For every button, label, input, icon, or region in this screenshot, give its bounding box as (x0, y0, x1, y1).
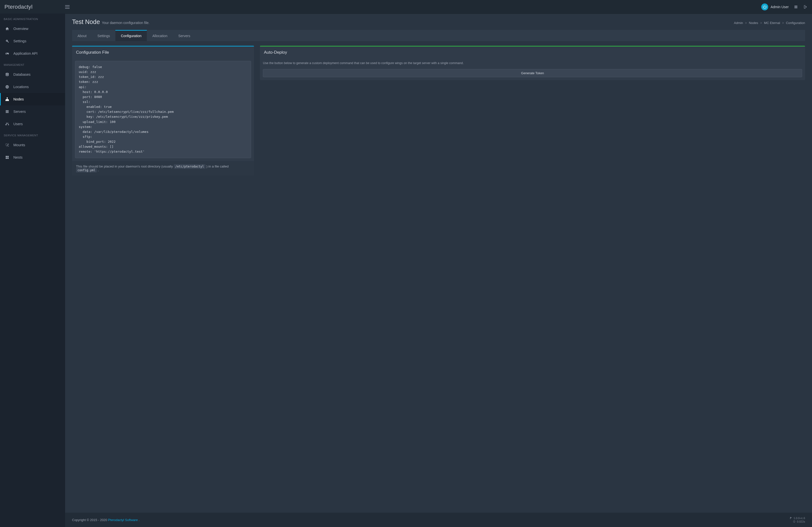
database-icon (5, 72, 10, 77)
auto-deploy-help-text: Use the button below to generate a custo… (263, 61, 802, 65)
page-title: Test Node (72, 18, 100, 25)
footer-version-text: 1.0.0-rc.6 (794, 517, 805, 520)
svg-rect-0 (794, 5, 797, 6)
config-footer-text: This file should be placed in your daemo… (76, 165, 174, 168)
tab-settings[interactable]: Settings (92, 30, 116, 41)
breadcrumb-item[interactable]: MC Eternal (764, 21, 780, 25)
user-name-label: Admin User (771, 5, 789, 9)
gamepad-icon (5, 51, 10, 56)
th-large-icon (5, 155, 10, 160)
globe-icon (5, 85, 10, 89)
footer-time-text: 0.022s (797, 520, 805, 523)
sidebar-item-label: Mounts (13, 143, 25, 147)
server-icon (5, 109, 10, 114)
brand-logo[interactable]: Pterodactyl (4, 4, 65, 10)
home-icon (5, 27, 10, 31)
page-subtitle: Your daemon configuration file. (102, 21, 149, 25)
svg-rect-5 (7, 100, 8, 101)
config-footer-path-code: /etc/pterodactyl (174, 164, 205, 169)
server-icon[interactable] (794, 5, 798, 9)
breadcrumb-item[interactable]: Admin (734, 21, 743, 25)
power-icon (761, 3, 768, 10)
svg-rect-2 (794, 7, 797, 8)
footer-copyright-text: Copyright © 2015 - 2020 (72, 518, 108, 522)
footer-time: 0.022s (793, 520, 805, 523)
sidebar: BASIC ADMINISTRATIONOverviewSettingsAppl… (0, 14, 65, 527)
sidebar-item-label: Nodes (13, 97, 24, 101)
config-footer-text2: ) in a file called (206, 165, 229, 168)
config-footer-text3: . (98, 168, 99, 172)
config-footer-note: This file should be placed in your daemo… (72, 161, 254, 176)
sidebar-section-header: SERVICE MANAGEMENT (0, 130, 65, 139)
svg-rect-1 (794, 6, 797, 7)
tab-allocation[interactable]: Allocation (147, 30, 173, 41)
configuration-file-box: Configuration File debug: false uuid: zz… (72, 46, 254, 176)
user-menu[interactable]: Admin User (761, 3, 789, 10)
breadcrumb-item: Configuration (786, 21, 805, 25)
sidebar-item-mounts[interactable]: Mounts (0, 139, 65, 151)
sidebar-item-label: Databases (13, 73, 30, 76)
chevron-right-icon: > (760, 21, 762, 25)
sidebar-item-application-api[interactable]: Application API (0, 47, 65, 60)
sidebar-item-label: Nests (13, 155, 23, 159)
sidebar-item-locations[interactable]: Locations (0, 81, 65, 93)
users-icon (5, 122, 10, 126)
auto-deploy-box: Auto-Deploy Use the button below to gene… (260, 46, 805, 80)
svg-rect-3 (7, 97, 8, 98)
sidebar-item-users[interactable]: Users (0, 118, 65, 130)
svg-rect-11 (8, 99, 9, 100)
sidebar-item-overview[interactable]: Overview (0, 22, 65, 35)
svg-rect-21 (8, 157, 9, 159)
auto-deploy-title: Auto-Deploy (260, 46, 805, 58)
tab-about[interactable]: About (72, 30, 92, 41)
tab-servers[interactable]: Servers (173, 30, 195, 41)
branch-icon (790, 517, 792, 519)
config-footer-filename-code: config.yml (76, 168, 97, 172)
sidebar-item-label: Users (13, 122, 23, 126)
chevron-right-icon: > (745, 21, 747, 25)
config-box-title: Configuration File (72, 46, 254, 58)
svg-rect-6 (8, 100, 9, 101)
svg-rect-4 (5, 100, 6, 101)
sidebar-item-nodes[interactable]: Nodes (0, 93, 65, 105)
chevron-right-icon: > (782, 21, 784, 25)
svg-rect-20 (6, 157, 7, 159)
sidebar-item-label: Overview (13, 27, 28, 31)
footer: Copyright © 2015 - 2020 Pterodactyl Soft… (65, 513, 812, 527)
footer-copyright-post: . (139, 518, 140, 522)
footer-link[interactable]: Pterodactyl Software (108, 518, 137, 522)
breadcrumb-item[interactable]: Nodes (749, 21, 758, 25)
magic-icon (5, 143, 10, 147)
footer-version: 1.0.0-rc.6 (790, 517, 805, 520)
sidebar-item-label: Servers (13, 110, 26, 114)
sidebar-item-label: Settings (13, 39, 26, 43)
tabs: AboutSettingsConfigurationAllocationServ… (72, 30, 805, 41)
sidebar-item-databases[interactable]: Databases (0, 68, 65, 81)
config-file-content[interactable]: debug: false uuid: zzz token_id: zzz tok… (75, 61, 251, 158)
svg-rect-19 (8, 156, 9, 157)
wrench-icon (5, 39, 10, 43)
sidebar-item-settings[interactable]: Settings (0, 35, 65, 47)
sidebar-section-header: BASIC ADMINISTRATION (0, 14, 65, 22)
footer-copyright: Copyright © 2015 - 2020 Pterodactyl Soft… (72, 518, 140, 522)
sidebar-item-servers[interactable]: Servers (0, 105, 65, 118)
sidebar-item-label: Locations (13, 85, 29, 89)
svg-rect-10 (7, 99, 7, 100)
sidebar-section-header: MANAGEMENT (0, 60, 65, 68)
clock-icon (793, 520, 795, 523)
svg-rect-7 (7, 99, 7, 99)
logout-icon[interactable] (803, 5, 808, 9)
page-heading: Test Node Your daemon configuration file… (72, 18, 149, 26)
svg-rect-18 (6, 156, 7, 157)
sidebar-item-label: Application API (13, 51, 38, 56)
sidebar-toggle-icon[interactable] (65, 5, 70, 9)
breadcrumb: Admin>Nodes>MC Eternal>Configuration (734, 21, 805, 25)
tab-configuration[interactable]: Configuration (115, 30, 147, 41)
generate-token-button[interactable]: Generate Token (263, 69, 802, 77)
sidebar-item-nests[interactable]: Nests (0, 151, 65, 164)
topbar: Pterodactyl Admin User (0, 0, 812, 14)
sitemap-icon (5, 97, 10, 102)
